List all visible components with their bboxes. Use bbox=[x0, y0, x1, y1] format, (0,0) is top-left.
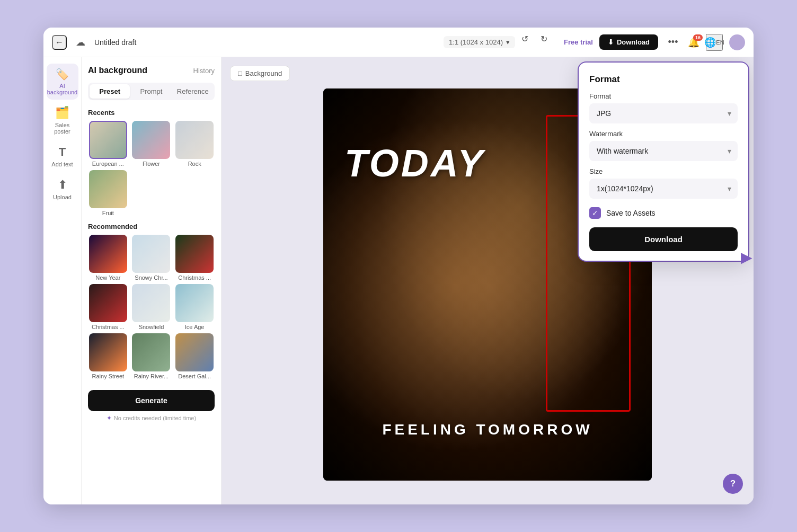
watermark-select[interactable]: With watermark Without watermark bbox=[589, 141, 738, 161]
thumbnail-desertgal[interactable] bbox=[175, 333, 214, 371]
tab-prompt[interactable]: Prompt bbox=[131, 84, 171, 99]
popup-format-title: Format bbox=[589, 74, 738, 85]
app-window: ← ☁ Untitled draft 1:1 (1024 x 1024) ▾ ↺… bbox=[43, 28, 754, 504]
sidebar-item-label-sales-poster: Sales poster bbox=[49, 122, 76, 135]
redo-button[interactable]: ↻ bbox=[541, 34, 557, 51]
download-icon: ⬇ bbox=[608, 38, 614, 46]
document-title: Untitled draft bbox=[94, 38, 136, 47]
list-item[interactable]: Rainy River... bbox=[131, 333, 172, 379]
free-trial-button[interactable]: Free trial bbox=[564, 38, 593, 46]
notification-badge: 16 bbox=[693, 34, 703, 41]
format-select-wrapper: JPG PNG PDF ▾ bbox=[589, 103, 738, 123]
list-item[interactable]: New Year bbox=[88, 235, 128, 281]
save-assets-checkbox[interactable]: ✓ bbox=[589, 207, 601, 219]
thumbnail-flower[interactable] bbox=[132, 121, 170, 159]
cloud-icon: ☁ bbox=[73, 35, 88, 50]
sidebar-item-ai-background[interactable]: 🏷️ AIbackground bbox=[47, 64, 78, 100]
thumbnail-christmas1[interactable] bbox=[175, 235, 214, 273]
header: ← ☁ Untitled draft 1:1 (1024 x 1024) ▾ ↺… bbox=[43, 28, 754, 57]
list-item[interactable]: Flower bbox=[131, 121, 172, 167]
undo-redo-group: ↺ ↻ bbox=[521, 34, 557, 51]
thumbnail-christmas2[interactable] bbox=[89, 284, 127, 322]
list-item[interactable]: Snowfield bbox=[131, 284, 172, 330]
list-item[interactable]: Fruit bbox=[88, 170, 128, 216]
download-popup: Format Format JPG PNG PDF ▾ Watermark Wi… bbox=[579, 63, 748, 261]
icon-bar: 🏷️ AIbackground 🗂️ Sales poster T Add te… bbox=[43, 57, 82, 504]
thumbnail-label-iceage: Ice Age bbox=[175, 324, 214, 330]
list-item[interactable]: Desert Gal... bbox=[174, 333, 215, 379]
popup-download-button[interactable]: Download bbox=[589, 227, 738, 251]
canvas-size-selector[interactable]: 1:1 (1024 x 1024) ▾ bbox=[444, 36, 515, 48]
sidebar-item-upload[interactable]: ⬆ Upload bbox=[47, 174, 78, 205]
recommended-grid: New Year Snowy Chr... Christmas ... Chri… bbox=[88, 235, 215, 379]
thumbnail-label-flower: Flower bbox=[132, 161, 170, 167]
list-item[interactable]: Christmas ... bbox=[88, 284, 128, 330]
main-content: 🏷️ AIbackground 🗂️ Sales poster T Add te… bbox=[43, 57, 754, 504]
thumbnail-label-newyear: New Year bbox=[89, 274, 127, 281]
background-icon: □ bbox=[238, 69, 242, 77]
thumbnail-label-rock: Rock bbox=[175, 161, 214, 167]
popup-watermark-label: Watermark bbox=[589, 130, 738, 138]
watermark-select-wrapper: With watermark Without watermark ▾ bbox=[589, 141, 738, 161]
canvas-size-label: 1:1 (1024 x 1024) bbox=[449, 38, 503, 46]
history-link[interactable]: History bbox=[193, 67, 215, 75]
thumbnail-fruit[interactable] bbox=[89, 170, 127, 208]
popup-format-label: Format bbox=[589, 92, 738, 100]
sidebar-item-label-upload: Upload bbox=[53, 194, 72, 200]
format-select[interactable]: JPG PNG PDF bbox=[589, 103, 738, 123]
size-select-wrapper: 1x(1024*1024px) 2x(2048*2048px) ▾ bbox=[589, 179, 738, 199]
list-item[interactable]: Rock bbox=[174, 121, 215, 167]
thumbnail-label-european: European ... bbox=[89, 161, 127, 167]
cursor-indicator: ▶ bbox=[741, 249, 752, 266]
notifications-button[interactable]: 🔔 16 bbox=[688, 37, 699, 48]
thumbnail-european[interactable] bbox=[89, 121, 127, 159]
save-assets-row: ✓ Save to Assets bbox=[589, 207, 738, 219]
help-button[interactable]: ? bbox=[723, 474, 743, 494]
thumbnail-newyear[interactable] bbox=[89, 235, 127, 273]
thumbnail-label-fruit: Fruit bbox=[89, 210, 127, 216]
thumbnail-label-christmas2: Christmas ... bbox=[89, 324, 127, 330]
popup-size-label: Size bbox=[589, 167, 738, 175]
list-item[interactable]: Ice Age bbox=[174, 284, 215, 330]
more-options-button[interactable]: ••• bbox=[665, 34, 681, 51]
list-item[interactable]: Snowy Chr... bbox=[131, 235, 172, 281]
save-assets-label: Save to Assets bbox=[606, 209, 656, 217]
sidebar-item-label-add-text: Add text bbox=[51, 161, 73, 167]
thumbnail-iceage[interactable] bbox=[175, 284, 214, 322]
thumbnail-label-snowychr: Snowy Chr... bbox=[132, 274, 170, 281]
thumbnail-label-rainyriver: Rainy River... bbox=[132, 373, 170, 379]
sidebar-item-label-ai-background: AIbackground bbox=[47, 83, 78, 95]
size-select[interactable]: 1x(1024*1024px) 2x(2048*2048px) bbox=[589, 179, 738, 199]
thumbnail-label-rainystreet: Rainy Street bbox=[89, 373, 127, 379]
thumbnail-rock[interactable] bbox=[175, 121, 214, 159]
back-button[interactable]: ← bbox=[52, 35, 67, 50]
thumbnail-snowfield[interactable] bbox=[132, 284, 170, 322]
language-button[interactable]: 🌐 EN bbox=[706, 34, 723, 51]
add-text-icon: T bbox=[59, 145, 66, 159]
list-item[interactable]: Rainy Street bbox=[88, 333, 128, 379]
panel-header: AI background History bbox=[88, 66, 215, 75]
side-panel: AI background History Preset Prompt Refe… bbox=[82, 57, 222, 504]
generate-button[interactable]: Generate bbox=[88, 390, 215, 411]
canvas-text-feeling: FEELING TOMORROW bbox=[323, 421, 652, 438]
sidebar-item-add-text[interactable]: T Add text bbox=[47, 141, 78, 172]
ai-background-icon: 🏷️ bbox=[56, 68, 69, 81]
sidebar-item-sales-poster[interactable]: 🗂️ Sales poster bbox=[47, 102, 78, 139]
thumbnail-rainystreet[interactable] bbox=[89, 333, 127, 371]
header-download-button[interactable]: ⬇ Download bbox=[599, 34, 658, 50]
background-tool-button[interactable]: □ Background bbox=[230, 66, 290, 81]
thumbnail-label-desertgal: Desert Gal... bbox=[175, 373, 214, 379]
list-item[interactable]: Christmas ... bbox=[174, 235, 215, 281]
checkmark-icon: ✓ bbox=[592, 209, 598, 217]
user-avatar[interactable] bbox=[729, 34, 745, 50]
thumbnail-snowychr[interactable] bbox=[132, 235, 170, 273]
sales-poster-icon: 🗂️ bbox=[55, 106, 69, 120]
credits-note: ✦ No credits needed (limited time) bbox=[88, 414, 215, 422]
tab-reference[interactable]: Reference bbox=[173, 84, 213, 99]
undo-button[interactable]: ↺ bbox=[521, 34, 538, 51]
tab-preset[interactable]: Preset bbox=[90, 84, 130, 99]
globe-icon: 🌐 bbox=[704, 37, 716, 48]
recents-label: Recents bbox=[88, 109, 215, 117]
list-item[interactable]: European ... bbox=[88, 121, 128, 167]
thumbnail-rainyriver[interactable] bbox=[132, 333, 170, 371]
